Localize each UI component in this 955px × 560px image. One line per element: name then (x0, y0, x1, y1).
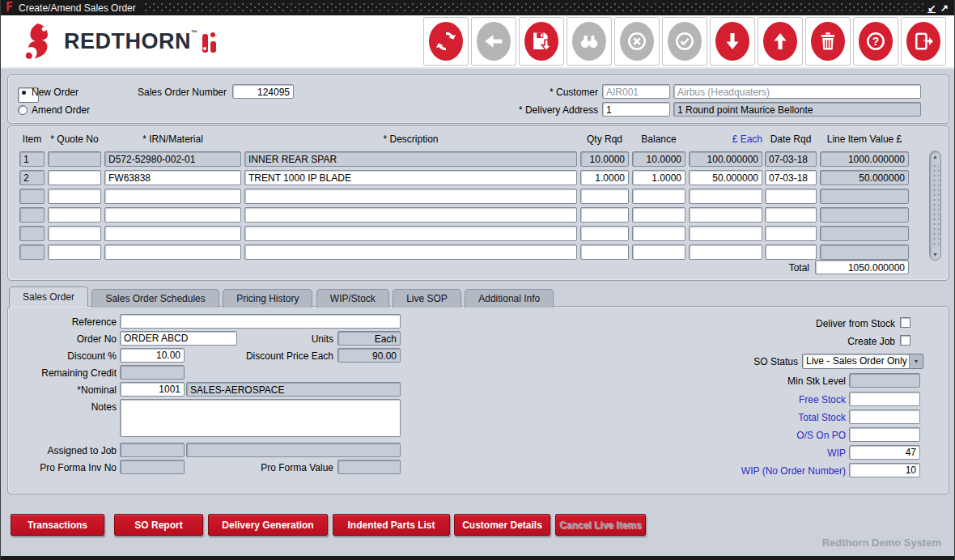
cell-each[interactable] (689, 189, 762, 204)
restore-window-icon[interactable]: ↙ (925, 2, 938, 14)
cell-date-rqd[interactable] (765, 207, 817, 223)
amend-order-radio[interactable] (18, 105, 28, 115)
cell-balance[interactable]: 1.0000 (632, 170, 685, 185)
cell-each[interactable] (689, 207, 762, 223)
sales-order-number-field[interactable]: 124095 (232, 84, 294, 99)
cell-qty-rqd[interactable] (580, 226, 629, 241)
customer-name-field[interactable]: Airbus (Headquaters) (673, 84, 921, 99)
download-button[interactable] (710, 17, 755, 66)
scrollbar-thumb[interactable] (931, 163, 940, 248)
cell-each[interactable] (689, 226, 762, 241)
transactions-button[interactable]: Transactions (11, 514, 104, 536)
cell-each[interactable]: 50.000000 (689, 170, 762, 185)
wip-no-order-number-link[interactable]: WIP (No Order Number) (692, 465, 846, 477)
cell-quote-no[interactable] (48, 226, 101, 241)
cell-balance[interactable] (632, 226, 685, 241)
upload-button[interactable] (758, 17, 803, 66)
cell-description[interactable]: INNER REAR SPAR (244, 151, 577, 167)
cell-qty-rqd[interactable]: 10.0000 (580, 151, 629, 167)
os-on-po-link[interactable]: O/S On PO (724, 429, 846, 442)
delete-button[interactable] (805, 17, 851, 66)
cell-irn-material[interactable]: FW63838 (104, 170, 241, 185)
cancel-button[interactable] (614, 17, 660, 66)
tab-sales-order[interactable]: Sales Order (9, 286, 88, 307)
cell-balance[interactable] (632, 207, 685, 223)
cell-description[interactable] (244, 207, 577, 223)
back-button[interactable] (471, 17, 516, 66)
cell-quote-no[interactable] (48, 189, 101, 204)
cell-quote-no[interactable] (48, 244, 101, 260)
nominal-code-input[interactable] (120, 382, 185, 397)
so-status-select[interactable]: Live - Sales Order Only▼ (802, 354, 923, 369)
cell-item[interactable] (19, 189, 45, 204)
cell-each[interactable]: 100.000000 (689, 151, 762, 167)
cell-irn-material[interactable] (104, 189, 241, 204)
discount-input[interactable] (120, 348, 185, 363)
refresh-button[interactable] (423, 17, 469, 66)
cell-description[interactable] (244, 226, 577, 241)
customer-code-field[interactable]: AIR001 (602, 84, 670, 99)
cell-balance[interactable]: 10.0000 (632, 151, 685, 167)
chevron-down-icon[interactable]: ▼ (909, 354, 923, 368)
notes-textarea[interactable] (120, 399, 401, 437)
total-stock-field[interactable] (849, 409, 920, 424)
cell-balance[interactable] (632, 244, 685, 260)
cell-item[interactable] (19, 226, 45, 241)
find-button[interactable] (567, 17, 612, 66)
cell-date-rqd[interactable] (765, 226, 817, 241)
customer-details-button[interactable]: Customer Details (454, 514, 550, 536)
cell-item[interactable] (19, 244, 45, 260)
cell-qty-rqd[interactable] (580, 189, 629, 204)
cell-description[interactable]: TRENT 1000 IP BLADE (244, 170, 577, 185)
cell-description[interactable] (244, 244, 577, 260)
wip-link[interactable]: WIP (724, 447, 846, 460)
col-header-each-link[interactable]: £ Each (689, 134, 762, 145)
cell-item[interactable] (19, 207, 45, 223)
cell-irn-material[interactable] (104, 226, 241, 241)
cell-date-rqd[interactable] (765, 244, 817, 260)
cell-irn-material[interactable] (104, 244, 241, 260)
cell-irn-material[interactable] (104, 207, 241, 223)
wip-no-order-number-field[interactable] (849, 463, 920, 477)
indented-parts-list-button[interactable]: Indented Parts List (333, 514, 450, 536)
cell-each[interactable] (689, 244, 762, 260)
cell-qty-rqd[interactable]: 1.0000 (580, 170, 629, 185)
help-button[interactable]: ? (853, 17, 898, 66)
items-scrollbar[interactable]: ▲ ▼ (929, 151, 941, 261)
tab-wip-stock[interactable]: WIP/Stock (316, 289, 389, 308)
deliver-from-stock-checkbox[interactable] (900, 317, 910, 328)
cell-qty-rqd[interactable] (580, 244, 629, 260)
tab-sales-order-schedules[interactable]: Sales Order Schedules (91, 289, 219, 308)
cell-balance[interactable] (632, 189, 685, 204)
cell-quote-no[interactable] (48, 207, 101, 223)
total-stock-link[interactable]: Total Stock (724, 411, 846, 424)
create-job-checkbox[interactable] (900, 335, 910, 346)
cell-irn-material[interactable]: D572-52980-002-01 (104, 151, 241, 167)
cell-qty-rqd[interactable] (580, 207, 629, 223)
cell-date-rqd[interactable]: 07-03-18 (765, 170, 817, 185)
save-button[interactable] (519, 17, 564, 66)
cell-date-rqd[interactable]: 07-03-18 (765, 151, 817, 167)
exit-button[interactable] (901, 17, 946, 66)
scroll-down-icon[interactable]: ▼ (930, 252, 940, 257)
maximize-window-icon[interactable]: ↗ (938, 2, 951, 14)
tab-live-sop[interactable]: Live SOP (393, 289, 461, 308)
reference-input[interactable] (120, 314, 401, 329)
free-stock-field[interactable] (849, 392, 920, 406)
cell-item[interactable]: 2 (19, 170, 45, 185)
scroll-up-icon[interactable]: ▲ (930, 154, 940, 159)
os-on-po-field[interactable] (849, 427, 920, 442)
tab-pricing-history[interactable]: Pricing History (223, 289, 312, 308)
cell-item[interactable]: 1 (19, 151, 45, 167)
so-report-button[interactable]: SO Report (114, 514, 203, 536)
delivery-generation-button[interactable]: Delivery Generation (208, 514, 328, 536)
cell-date-rqd[interactable] (765, 189, 817, 204)
tab-additional-info[interactable]: Additional Info (465, 289, 554, 308)
cell-quote-no[interactable] (48, 151, 101, 167)
approve-button[interactable] (662, 17, 707, 66)
cell-description[interactable] (244, 189, 577, 204)
free-stock-link[interactable]: Free Stock (724, 393, 846, 406)
delivery-address-code-field[interactable]: 1 (602, 102, 670, 117)
wip-field[interactable] (849, 445, 920, 460)
cell-quote-no[interactable] (48, 170, 101, 185)
